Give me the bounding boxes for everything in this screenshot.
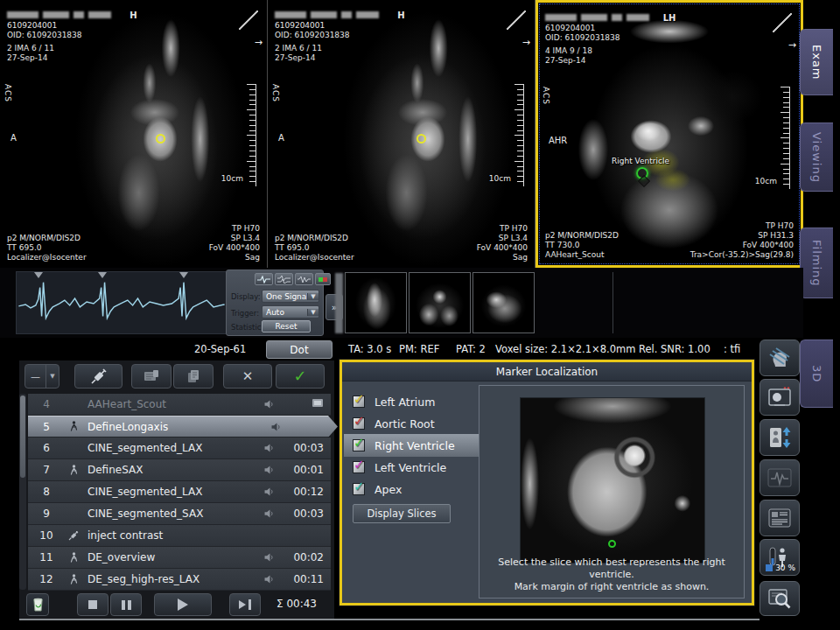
head-coil-position-button[interactable] — [760, 340, 800, 376]
chevron-down-icon[interactable]: ▼ — [46, 365, 59, 388]
speaker-icon — [254, 487, 285, 496]
tab-viewing[interactable]: Viewing — [800, 122, 833, 192]
trigger-marker-icon — [179, 272, 188, 283]
tab-3d[interactable]: 3D — [800, 340, 833, 408]
signal-mode-3-button[interactable] — [295, 273, 313, 285]
footer-line: Localizer@Isocenter — [275, 253, 354, 262]
display-label: Display: — [231, 292, 261, 301]
orientation-label: LH — [663, 13, 676, 23]
scale-label: 10cm — [489, 174, 511, 184]
footer-line: SP L3.4 — [209, 234, 260, 243]
trigger-dropdown[interactable]: Auto ▼ — [262, 305, 319, 318]
signal-mode-2-button[interactable] — [275, 273, 293, 285]
ima-counter: 4 IMA 9 / 18 — [545, 46, 620, 56]
confirm-button[interactable]: ✓ — [276, 364, 325, 388]
queue-row-cine-sax[interactable]: 9 CINE_segmented_SAX 00:03 — [28, 503, 331, 525]
checkbox[interactable]: ✓ — [353, 461, 365, 473]
mri-viewport-2[interactable]: 6109204001 OID: 61092031838 2 IMA 6 / 11… — [268, 0, 536, 268]
queue-row-inject-contrast[interactable]: 10 inject contrast — [28, 525, 331, 547]
pan-arrow-icon[interactable]: → — [522, 37, 530, 48]
queue-row-cine-lax[interactable]: 6 CINE_segmented_LAX 00:03 — [28, 438, 331, 459]
signal-mode-1-button[interactable] — [255, 273, 273, 285]
slice-marker-ring[interactable] — [416, 134, 426, 144]
ecg-display — [16, 271, 228, 334]
marker-item-right-ventricle-selected[interactable]: ✓ Right Ventricle — [353, 436, 455, 455]
footer-line: FoV 400*400 — [690, 241, 794, 250]
queue-row-cine-lax-2[interactable]: 8 CINE_segmented_LAX 00:12 — [28, 481, 331, 503]
slice-marker-ring[interactable] — [156, 134, 165, 144]
marker-item-apex[interactable]: ✓ Apex — [353, 480, 402, 499]
marker-item-aortic-root[interactable]: ✓ Aortic Root — [353, 414, 435, 433]
trigger-dropdown-value: Auto — [262, 308, 307, 317]
marker-item-left-atrium[interactable]: ✓ Left Atrium — [353, 392, 435, 411]
pan-arrow-icon[interactable]: → — [255, 37, 262, 48]
queue-row-aaheart-scout[interactable]: 4 AAHeart_Scout — [28, 394, 331, 416]
stop-button[interactable] — [77, 593, 108, 616]
browse-search-button[interactable] — [760, 581, 800, 616]
mri-viewport-1[interactable]: 6109204001 OID: 61092031838 2 IMA 6 / 11… — [0, 0, 268, 268]
protocol-info-button[interactable] — [760, 500, 800, 536]
physio-signal-button[interactable] — [760, 459, 800, 496]
queue-row-de-overview[interactable]: 11 DE_overview 00:02 — [28, 547, 331, 569]
checkbox[interactable]: ✓ — [353, 439, 365, 452]
dot-button[interactable]: Dot — [266, 340, 332, 359]
pan-arrow-icon[interactable]: → — [788, 39, 796, 51]
footer-line: TP H70 — [690, 221, 794, 231]
display-slices-button[interactable]: Display Slices — [353, 504, 451, 523]
copy-pages-icon — [186, 368, 201, 384]
checkbox[interactable]: ✓ — [353, 483, 365, 495]
check-icon: ✓ — [354, 413, 365, 429]
image-header-text: 6109204001 OID: 61092031838 2 IMA 6 / 11… — [275, 21, 350, 63]
checkbox[interactable]: ✓ — [353, 417, 365, 430]
thumbnail-coronal[interactable] — [409, 272, 471, 333]
total-time-label: Σ 00:43 — [276, 598, 317, 610]
right-ventricle-marker[interactable] — [636, 167, 648, 179]
waveform-icon — [257, 276, 270, 284]
thumbnail-partial[interactable] — [335, 273, 343, 333]
patient-registration-button[interactable] — [760, 419, 800, 456]
queue-row-de-seg-highres[interactable]: 12 DE_seg_high-res_LAX 00:11 — [28, 569, 331, 591]
footer-line: Tra>Cor(-35.2)>Sag(29.8) — [690, 250, 794, 260]
inject-contrast-button[interactable] — [74, 364, 122, 388]
thumbnail-sagittal[interactable] — [345, 272, 407, 333]
speaker-icon — [254, 400, 285, 409]
play-button[interactable] — [154, 593, 212, 616]
queue-row-number: 7 — [28, 464, 65, 476]
dialog-instructions: Select the slice which best represents t… — [480, 556, 744, 593]
corner-fold-icon[interactable] — [239, 10, 258, 30]
queue-scrollbar-thumb[interactable] — [20, 396, 25, 478]
pause-button[interactable] — [110, 593, 142, 616]
copy-parameters-button[interactable] — [173, 364, 214, 388]
skip-icon — [239, 600, 246, 609]
queue-row-number: 12 — [28, 573, 65, 585]
sar-level-button[interactable]: 30 % — [760, 539, 800, 576]
tab-exam[interactable]: Exam — [800, 29, 833, 95]
mri-viewport-3-active[interactable]: 6109204001 OID: 61092031838 4 IMA 9 / 18… — [536, 0, 803, 268]
example-marker-ring — [608, 540, 616, 548]
scale-label: 10cm — [221, 174, 243, 184]
corner-fold-icon[interactable] — [773, 13, 792, 32]
tab-filming[interactable]: Filming — [800, 228, 833, 298]
minimize-icon[interactable]: — — [25, 365, 46, 388]
discard-button[interactable] — [26, 593, 49, 616]
queue-row-number: 4 — [28, 398, 65, 410]
checkbox[interactable]: ✓ — [353, 396, 365, 408]
marker-item-left-ventricle[interactable]: ✓ Left Ventricle — [353, 458, 446, 477]
thumbnail-axial[interactable] — [472, 272, 535, 333]
signal-status-button[interactable] — [315, 273, 331, 285]
ima-counter: 2 IMA 6 / 11 — [275, 44, 350, 53]
queue-row-time: 00:11 — [285, 573, 331, 585]
skip-to-end-button[interactable] — [229, 593, 261, 616]
copy-reference-button[interactable] — [131, 364, 172, 388]
cancel-button[interactable]: ✕ — [223, 364, 272, 388]
corner-fold-icon[interactable] — [507, 10, 526, 30]
queue-row-definelongaxis-selected[interactable]: 5 DefineLongaxis — [28, 416, 338, 438]
reset-button[interactable]: Reset — [262, 320, 311, 332]
display-dropdown[interactable]: One Signal ▼ — [262, 290, 319, 303]
queue-scrollbar[interactable] — [19, 394, 26, 590]
image-display-button[interactable] — [760, 379, 800, 416]
queue-row-definesax[interactable]: 7 DefineSAX 00:01 — [28, 459, 331, 481]
instruction-line-2: Mark margin of right ventricle as shown. — [480, 581, 744, 593]
queue-options-split-button[interactable]: — ▼ — [24, 364, 60, 388]
queue-row-name: DefineLongaxis — [82, 421, 261, 433]
